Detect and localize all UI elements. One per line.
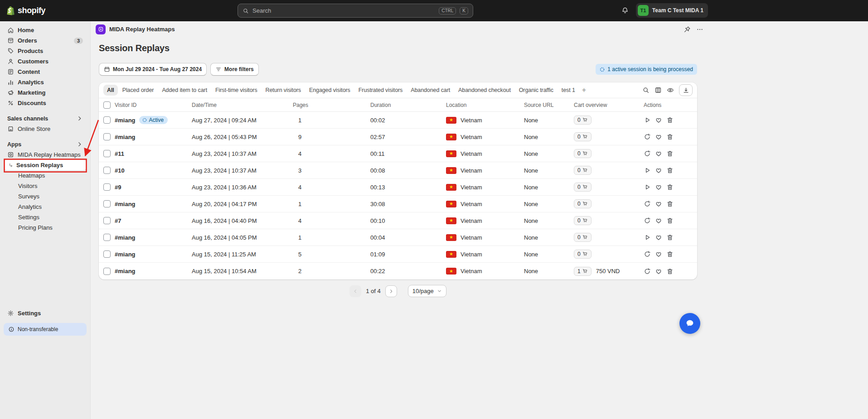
favorite-button[interactable]: [655, 217, 662, 224]
sidebar-subitem-heatmaps[interactable]: Heatmaps: [4, 170, 87, 181]
export-button[interactable]: [679, 84, 693, 96]
sidebar-item-mida-replay-heatmaps[interactable]: MIDA Replay Heatmaps: [4, 149, 87, 160]
play-session-button[interactable]: [644, 167, 651, 174]
per-page-select[interactable]: 10/page: [408, 285, 446, 297]
delete-button[interactable]: [666, 200, 674, 207]
prev-page-button[interactable]: [349, 285, 361, 297]
sidebar-item-content[interactable]: Content: [4, 67, 87, 77]
play-session-button[interactable]: [644, 234, 651, 241]
replay-session-button[interactable]: [644, 250, 651, 258]
favorite-button[interactable]: [655, 167, 662, 174]
play-session-button[interactable]: [644, 183, 651, 191]
tab-engaged-visitors[interactable]: Engaged visitors: [305, 85, 354, 96]
sidebar-item-marketing[interactable]: Marketing: [4, 87, 87, 98]
delete-button[interactable]: [666, 217, 674, 224]
favorite-button[interactable]: [655, 116, 662, 124]
replay-session-button[interactable]: [644, 217, 651, 224]
visibility-button[interactable]: [667, 87, 674, 94]
chat-widget-button[interactable]: [679, 313, 700, 334]
replay-session-button[interactable]: [644, 150, 651, 157]
tab-all[interactable]: All: [103, 85, 118, 96]
replay-session-button[interactable]: [644, 133, 651, 140]
add-view-button[interactable]: +: [579, 86, 589, 94]
cart-count-badge: 0: [574, 166, 592, 175]
row-checkbox[interactable]: [103, 183, 111, 191]
date-range-button[interactable]: Mon Jul 29 2024 - Tue Aug 27 2024: [99, 63, 207, 76]
sidebar-item-products[interactable]: Products: [4, 46, 87, 56]
tab-organic-traffic[interactable]: Organic traffic: [515, 85, 557, 96]
delete-button[interactable]: [666, 116, 674, 124]
sidebar-subitem-analytics[interactable]: Analytics: [4, 202, 87, 212]
row-checkbox[interactable]: [103, 234, 111, 241]
more-filters-button[interactable]: More filters: [210, 63, 259, 76]
pin-button[interactable]: [684, 26, 691, 33]
favorite-button[interactable]: [655, 133, 662, 140]
favorite-button[interactable]: [655, 268, 662, 275]
notifications-button[interactable]: [618, 3, 632, 18]
table-row[interactable]: #9 Aug 23, 2024 | 10:36 AM 4 00:13 ★ Vie…: [99, 179, 697, 196]
delete-button[interactable]: [666, 250, 674, 258]
favorite-button[interactable]: [655, 250, 662, 258]
sidebar-item-analytics[interactable]: Analytics: [4, 77, 87, 87]
favorite-button[interactable]: [655, 183, 662, 191]
sidebar-item-settings[interactable]: Settings: [4, 308, 87, 318]
table-row[interactable]: #miang Aug 15, 2024 | 10:54 AM 2 00:22 ★…: [99, 263, 697, 279]
edit-columns-button[interactable]: [655, 87, 662, 94]
delete-button[interactable]: [666, 268, 674, 275]
replay-session-button[interactable]: [644, 200, 651, 207]
table-row[interactable]: #miang Active Aug 27, 2024 | 09:24 AM 1 …: [99, 112, 697, 129]
favorite-button[interactable]: [655, 150, 662, 157]
row-checkbox[interactable]: [103, 150, 111, 157]
sidebar-subitem-pricing-plans[interactable]: Pricing Plans: [4, 222, 87, 233]
row-checkbox[interactable]: [103, 268, 111, 275]
replay-session-button[interactable]: [644, 268, 651, 275]
sidebar-item-customers[interactable]: Customers: [4, 56, 87, 67]
tab-test-1[interactable]: test 1: [558, 85, 579, 96]
global-search-input[interactable]: Search CTRL K: [238, 4, 473, 18]
tab-return-visitors[interactable]: Return visitors: [262, 85, 305, 96]
next-page-button[interactable]: [385, 285, 397, 297]
sidebar-item-home[interactable]: Home: [4, 25, 87, 35]
table-search-button[interactable]: [642, 87, 650, 94]
tab-added-item-to-cart[interactable]: Added item to cart: [158, 85, 211, 96]
table-row[interactable]: #11 Aug 23, 2024 | 10:37 AM 4 00:11 ★ Vi…: [99, 145, 697, 162]
select-all-checkbox[interactable]: [103, 101, 111, 109]
sidebar-item-discounts[interactable]: Discounts: [4, 98, 87, 108]
delete-button[interactable]: [666, 167, 674, 174]
favorite-button[interactable]: [655, 234, 662, 241]
sidebar-item-online-store[interactable]: Online Store: [4, 124, 87, 134]
favorite-button[interactable]: [655, 200, 662, 207]
row-checkbox[interactable]: [103, 217, 111, 224]
tab-abandoned-checkout[interactable]: Abandoned checkout: [455, 85, 514, 96]
row-checkbox[interactable]: [103, 200, 111, 207]
delete-button[interactable]: [666, 183, 674, 191]
shopify-logo[interactable]: shopify: [6, 0, 45, 21]
sidebar-subitem-session-replays[interactable]: Session Replays: [4, 160, 87, 170]
row-checkbox[interactable]: [103, 250, 111, 258]
tab-frustrated-visitors[interactable]: Frustrated visitors: [355, 85, 406, 96]
more-options-button[interactable]: [696, 26, 703, 33]
sidebar-section-apps[interactable]: Apps: [4, 139, 87, 149]
account-menu[interactable]: T1 Team C Test MIDA 1: [636, 3, 708, 18]
tab-placed-order[interactable]: Placed order: [119, 85, 158, 96]
table-row[interactable]: #miang Aug 15, 2024 | 11:25 AM 5 01:09 ★…: [99, 246, 697, 263]
sidebar-subitem-visitors[interactable]: Visitors: [4, 181, 87, 191]
tab-first-time-visitors[interactable]: First-time visitors: [212, 85, 261, 96]
delete-button[interactable]: [666, 150, 674, 157]
table-row[interactable]: #miang Aug 16, 2024 | 04:05 PM 1 00:04 ★…: [99, 229, 697, 246]
tab-abandoned-cart[interactable]: Abandoned cart: [407, 85, 454, 96]
sidebar-item-orders[interactable]: Orders 3: [4, 35, 87, 46]
sidebar-subitem-settings[interactable]: Settings: [4, 212, 87, 222]
table-row[interactable]: #10 Aug 23, 2024 | 10:37 AM 3 00:08 ★ Vi…: [99, 162, 697, 179]
sidebar-section-sales-channels[interactable]: Sales channels: [4, 113, 87, 124]
row-checkbox[interactable]: [103, 116, 111, 124]
row-checkbox[interactable]: [103, 167, 111, 174]
table-row[interactable]: #miang Aug 20, 2024 | 04:17 PM 1 30:08 ★…: [99, 196, 697, 212]
sidebar-subitem-surveys[interactable]: Surveys: [4, 191, 87, 202]
play-session-button[interactable]: [644, 116, 651, 124]
table-row[interactable]: #7 Aug 16, 2024 | 04:40 PM 4 00:10 ★ Vie…: [99, 212, 697, 229]
delete-button[interactable]: [666, 133, 674, 140]
row-checkbox[interactable]: [103, 133, 111, 140]
delete-button[interactable]: [666, 234, 674, 241]
table-row[interactable]: #miang Aug 26, 2024 | 05:43 PM 9 02:57 ★…: [99, 129, 697, 145]
